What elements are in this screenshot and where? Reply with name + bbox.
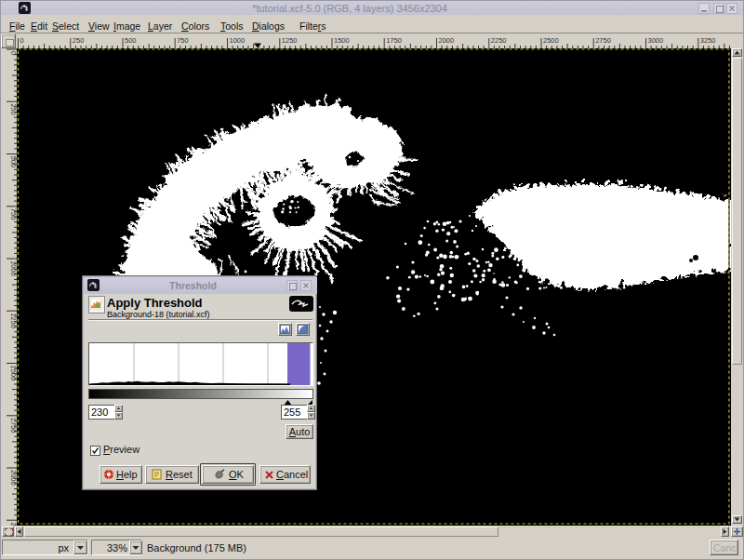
svg-text:0: 0: [9, 51, 18, 55]
svg-text:250: 250: [9, 103, 18, 115]
svg-text:250: 250: [73, 36, 85, 45]
svg-text:1250: 1250: [282, 36, 298, 45]
svg-text:1750: 1750: [9, 418, 18, 433]
svg-text:3250: 3250: [700, 36, 716, 45]
svg-text:1250: 1250: [9, 313, 18, 328]
svg-text:2500: 2500: [543, 36, 559, 45]
svg-text:750: 750: [9, 208, 18, 220]
svg-text:1000: 1000: [9, 260, 18, 276]
svg-text:1500: 1500: [9, 366, 18, 381]
svg-text:750: 750: [177, 36, 189, 45]
svg-text:500: 500: [125, 36, 137, 45]
svg-text:2000: 2000: [9, 470, 18, 486]
svg-text:2750: 2750: [595, 36, 611, 45]
svg-text:2000: 2000: [439, 36, 455, 45]
svg-text:1000: 1000: [230, 36, 246, 45]
svg-text:2250: 2250: [491, 36, 507, 45]
svg-text:3000: 3000: [648, 36, 664, 45]
svg-text:0: 0: [20, 36, 24, 45]
svg-text:1750: 1750: [386, 36, 402, 45]
svg-text:1500: 1500: [334, 36, 350, 45]
svg-text:500: 500: [9, 156, 18, 168]
